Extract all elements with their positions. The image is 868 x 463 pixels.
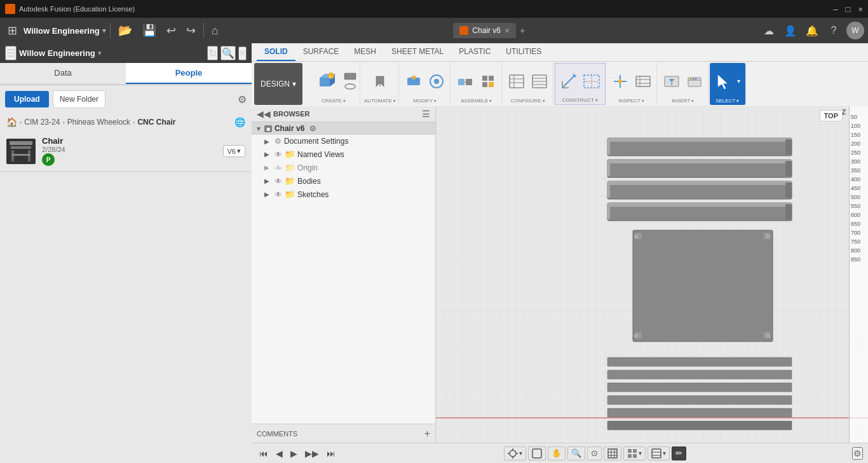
configure-button1[interactable] xyxy=(506,71,527,92)
panel-menu-icon[interactable]: ☰ xyxy=(5,46,17,60)
nav-first-button[interactable]: ⏮ xyxy=(257,447,271,460)
automate-button[interactable] xyxy=(369,71,391,92)
view-label[interactable]: TOP xyxy=(820,110,843,121)
create-ext-button[interactable] xyxy=(343,72,357,81)
browser-item-doc-settings[interactable]: ▶ ⚙ Document Settings xyxy=(252,135,435,148)
nav-play-button[interactable]: ▶ xyxy=(288,447,300,460)
left-panel: ☰ Willow Engineering ▾ ↻ 🔍 × Data People… xyxy=(0,43,252,463)
construct-button1[interactable] xyxy=(558,71,580,92)
user-avatar[interactable]: W xyxy=(846,22,864,39)
orbit-button[interactable] xyxy=(528,446,546,460)
ribbon-group-insert: INSERT ▾ xyxy=(658,63,709,105)
browser-collapse-icon[interactable]: ◀◀ xyxy=(257,109,271,119)
browser-menu-icon[interactable]: ☰ xyxy=(422,109,430,119)
pen-tool-button[interactable]: ✏ xyxy=(672,446,686,460)
new-folder-button[interactable]: New Folder xyxy=(53,90,105,108)
select-arrow-button[interactable]: ▾ xyxy=(735,78,743,85)
browser-item-named-views[interactable]: ▶ 👁 📁 Named Views xyxy=(252,148,435,161)
breadcrumb-phineas[interactable]: Phineas Wheelock xyxy=(67,118,130,127)
create-box-button[interactable]: + xyxy=(310,70,342,92)
assemble-button2[interactable] xyxy=(477,71,499,92)
file-open-button[interactable]: 📂 xyxy=(114,21,136,40)
browser-item-origin[interactable]: ▶ 👁 📁 Origin xyxy=(252,161,435,174)
browser-item-bodies[interactable]: ▶ 👁 📁 Bodies xyxy=(252,174,435,188)
svg-rect-82 xyxy=(766,334,770,338)
panel-refresh-button[interactable]: ↻ xyxy=(207,46,218,60)
ribbon-group-create: + CREATE ▾ xyxy=(308,63,360,105)
inspect-button1[interactable]: ←→ xyxy=(609,71,631,92)
notification-button[interactable]: 🔔 xyxy=(803,22,821,39)
cloud-sync-button[interactable]: ☁ xyxy=(760,22,778,39)
tab-data[interactable]: Data xyxy=(0,63,126,84)
svg-rect-102 xyxy=(628,454,632,458)
maximize-button[interactable]: □ xyxy=(846,4,851,14)
viewport[interactable]: 50 100 150 200 250 300 350 400 450 500 5… xyxy=(436,106,868,443)
redo-button[interactable]: ↪ xyxy=(182,21,200,40)
inspect-button2[interactable] xyxy=(632,71,654,92)
panel-close-button[interactable]: × xyxy=(238,46,247,60)
browser-item-sketches[interactable]: ▶ 👁 📁 Sketches xyxy=(252,188,435,201)
folder-icon-bodies: 📁 xyxy=(285,176,295,186)
bottom-settings-button[interactable]: ⚙ xyxy=(852,447,863,460)
eye-icon-origin: 👁 xyxy=(275,163,282,172)
ruler-mark-500: 500 xyxy=(850,193,868,202)
svg-rect-86 xyxy=(607,396,792,404)
doc-tab-icon xyxy=(459,26,468,35)
svg-rect-84 xyxy=(607,370,792,379)
tab-utilities[interactable]: UTILITIES xyxy=(498,43,549,61)
workspace-selector[interactable]: Willow Engineering ▾ xyxy=(24,26,106,36)
close-button[interactable]: × xyxy=(858,4,863,14)
configure-button2[interactable] xyxy=(529,71,550,92)
file-item[interactable]: Chair 2/28/24 P V6 ▾ xyxy=(0,131,252,172)
design-label: DESIGN xyxy=(261,79,290,88)
new-tab-button[interactable]: + xyxy=(516,23,529,38)
tab-sheet-metal[interactable]: SHEET METAL xyxy=(384,43,451,61)
help-button[interactable]: ? xyxy=(825,22,843,39)
pan-button[interactable]: ✋ xyxy=(548,446,566,460)
tab-surface[interactable]: SURFACE xyxy=(295,43,347,61)
display-mode-button[interactable] xyxy=(604,446,621,460)
save-button[interactable]: 💾 xyxy=(139,21,160,40)
file-version-selector[interactable]: V6 ▾ xyxy=(223,145,245,157)
doc-tab-close-button[interactable]: × xyxy=(505,25,510,36)
panel-search-button[interactable]: 🔍 xyxy=(220,46,236,60)
account-button[interactable]: 👤 xyxy=(782,22,799,39)
nav-last-button[interactable]: ⏭ xyxy=(324,447,338,460)
pan-orbit-button[interactable]: ▾ xyxy=(504,446,526,460)
grid-display-button[interactable]: ▾ xyxy=(623,446,646,460)
upload-button[interactable]: Upload xyxy=(5,91,49,107)
select-button[interactable] xyxy=(712,71,734,92)
modify-button2[interactable] xyxy=(426,71,447,92)
nav-prev-button[interactable]: ◀ xyxy=(273,447,285,460)
tab-plastic[interactable]: PLASTIC xyxy=(451,43,498,61)
nav-next-button[interactable]: ▶▶ xyxy=(302,447,322,460)
insert-button1[interactable] xyxy=(661,71,682,92)
root-target-icon[interactable]: ⊙ xyxy=(309,124,316,133)
insert-button2[interactable] xyxy=(684,71,705,92)
panel-settings-button[interactable]: ⚙ xyxy=(238,93,247,106)
browser-root-item[interactable]: ▼ ■ Chair v6 ⊙ xyxy=(252,122,435,135)
breadcrumb-globe-icon[interactable]: 🌐 xyxy=(234,117,245,127)
modify-button1[interactable] xyxy=(403,71,424,92)
create-rev-button[interactable] xyxy=(343,82,357,91)
minimize-button[interactable]: – xyxy=(833,4,837,14)
document-tab[interactable]: Chair v6 × xyxy=(453,23,516,38)
panel-tabs: Data People xyxy=(0,63,252,85)
undo-button[interactable]: ↩ xyxy=(163,21,180,40)
construct-button2[interactable] xyxy=(581,71,602,92)
comments-add-button[interactable]: + xyxy=(424,428,430,439)
tab-solid[interactable]: SOLID xyxy=(257,43,295,61)
zoom-out-button[interactable]: 🔍 xyxy=(567,446,585,460)
tab-people[interactable]: People xyxy=(126,63,252,84)
home-button[interactable]: ⌂ xyxy=(208,22,222,40)
breadcrumb-home-icon[interactable]: 🏠 xyxy=(6,117,17,127)
assemble-button1[interactable] xyxy=(454,71,476,92)
grid-menu-button[interactable]: ⊞ xyxy=(4,21,21,40)
viewport-settings-button[interactable]: ▾ xyxy=(648,446,670,460)
design-dropdown-button[interactable]: DESIGN ▾ xyxy=(254,63,302,105)
eye-icon-bodies: 👁 xyxy=(275,177,282,186)
tab-mesh[interactable]: MESH xyxy=(346,43,384,61)
window-controls[interactable]: – □ × xyxy=(833,4,863,14)
zoom-fit-button[interactable]: ⊙ xyxy=(587,446,602,460)
breadcrumb-cim[interactable]: CIM 23-24 xyxy=(24,118,60,127)
